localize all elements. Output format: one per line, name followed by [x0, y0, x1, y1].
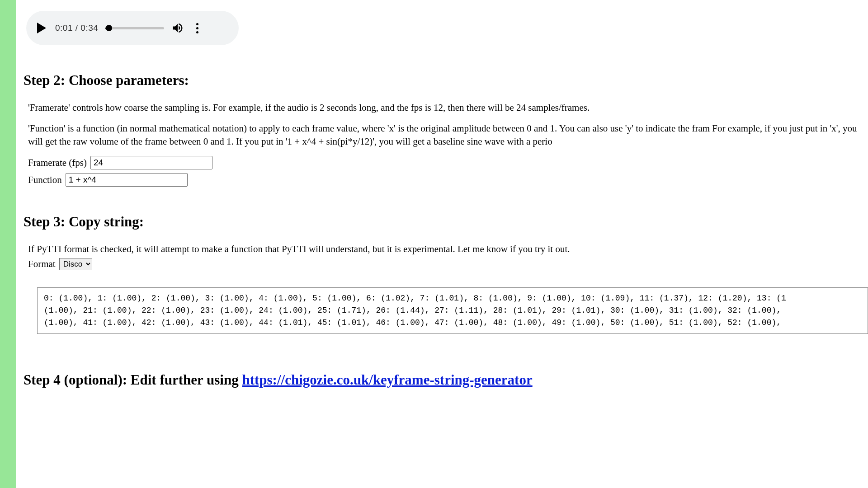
- main-content: Datei auswählen Trommeln.mp3 0:01 / 0:34…: [24, 0, 868, 388]
- play-icon[interactable]: [37, 23, 46, 33]
- keyframe-generator-link[interactable]: https://chigozie.co.uk/keyframe-string-g…: [242, 372, 532, 388]
- output-line-2: (1.00), 41: (1.00), 42: (1.00), 43: (1.0…: [44, 317, 861, 329]
- audio-player: 0:01 / 0:34: [26, 11, 239, 45]
- output-line-1: (1.00), 21: (1.00), 22: (1.00), 23: (1.0…: [44, 305, 861, 317]
- audio-progress-track[interactable]: [105, 27, 164, 29]
- framerate-input[interactable]: [90, 156, 212, 169]
- framerate-label: Framerate (fps): [28, 157, 87, 169]
- function-label: Function: [28, 174, 62, 186]
- audio-current-time: 0:01: [55, 23, 73, 33]
- step2-heading: Step 2: Choose parameters:: [24, 72, 868, 89]
- volume-icon[interactable]: [171, 22, 184, 34]
- format-row: Format Disco: [24, 258, 868, 270]
- audio-time-display: 0:01 / 0:34: [55, 23, 98, 33]
- function-input[interactable]: [66, 173, 188, 187]
- format-select[interactable]: Disco: [59, 258, 92, 270]
- format-label: Format: [28, 258, 56, 270]
- audio-progress-thumb[interactable]: [106, 25, 112, 31]
- framerate-description: 'Framerate' controls how coarse the samp…: [24, 101, 868, 114]
- kebab-menu-icon[interactable]: [191, 22, 203, 34]
- pytti-note: If PyTTI format is checked, it will atte…: [24, 243, 868, 255]
- output-string-box[interactable]: 0: (1.00), 1: (1.00), 2: (1.00), 3: (1.0…: [37, 287, 868, 334]
- step4-heading-prefix: Step 4 (optional): Edit further using: [24, 372, 242, 388]
- function-description: 'Function' is a function (in normal math…: [24, 122, 868, 148]
- audio-duration: 0:34: [80, 23, 98, 33]
- step3-heading: Step 3: Copy string:: [24, 214, 868, 230]
- side-accent-bar: [0, 0, 16, 401]
- function-row: Function: [24, 173, 868, 187]
- file-upload-row: Datei auswählen Trommeln.mp3: [28, 0, 868, 1]
- framerate-row: Framerate (fps): [24, 156, 868, 169]
- step4-heading: Step 4 (optional): Edit further using ht…: [24, 372, 868, 388]
- output-line-0: 0: (1.00), 1: (1.00), 2: (1.00), 3: (1.0…: [44, 292, 861, 305]
